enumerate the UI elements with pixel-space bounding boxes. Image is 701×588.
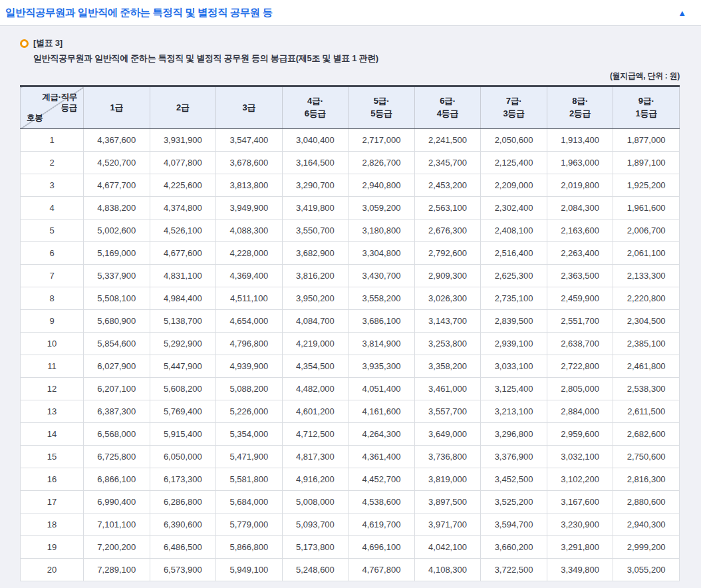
step-cell: 10 [21,333,84,355]
salary-cell: 4,219,000 [282,333,349,355]
salary-cell: 2,263,400 [547,242,613,265]
salary-cell: 6,725,800 [84,446,150,468]
salary-cell: 1,963,000 [547,152,613,174]
salary-cell: 3,033,100 [481,355,547,378]
accordion-header[interactable]: 일반직공무원과 일반직에 준하는 특정직 및 별정직 공무원 등 ▲ [0,0,701,26]
salary-cell: 5,002,600 [84,220,150,242]
salary-cell: 4,984,400 [150,287,216,310]
salary-cell: 2,939,100 [481,333,547,355]
salary-cell: 4,619,700 [349,514,415,536]
salary-cell: 3,722,500 [481,559,547,581]
salary-cell: 3,026,300 [414,287,481,310]
salary-cell: 3,040,400 [282,129,349,152]
salary-cell: 3,682,900 [282,242,349,265]
salary-cell: 5,447,900 [150,355,216,378]
salary-cell: 2,163,600 [547,220,613,242]
step-cell: 5 [21,220,84,242]
salary-cell: 2,459,900 [547,287,613,310]
salary-cell: 3,736,800 [414,446,481,468]
salary-cell: 1,897,100 [613,152,680,174]
salary-cell: 3,032,100 [547,446,613,468]
salary-cell: 3,550,700 [282,220,349,242]
salary-cell: 3,935,300 [349,355,415,378]
column-header: 5급·5등급 [349,86,415,129]
salary-cell: 3,525,200 [481,491,547,514]
salary-cell: 5,949,100 [216,559,283,581]
salary-cell: 3,678,600 [216,152,283,174]
annex-badge-label: [별표 3] [33,37,63,49]
salary-cell: 2,050,600 [481,129,547,152]
salary-cell: 5,608,200 [150,378,216,400]
table-row: 65,169,0004,677,6004,228,0003,682,9003,3… [21,242,680,265]
table-caption: 일반직공무원과 일반직에 준하는 특정직 및 별정직 공무원 등의 봉급표(제5… [33,53,680,65]
salary-cell: 3,419,800 [282,197,349,220]
salary-cell: 3,649,000 [414,423,481,446]
salary-cell: 3,547,400 [216,129,283,152]
column-header: 7급·3등급 [481,86,547,129]
salary-cell: 2,019,800 [547,174,613,197]
salary-cell: 3,290,700 [282,174,349,197]
column-header: 2급 [150,86,216,129]
salary-cell: 2,133,300 [613,265,680,287]
table-row: 34,677,7004,225,6003,813,8003,290,7002,9… [21,174,680,197]
table-header-row: 계급·직무등급 호봉 1급2급3급4급·6등급5급·5등급6급·4등급7급·3등… [21,86,680,129]
salary-cell: 5,292,900 [150,333,216,355]
salary-cell: 2,625,300 [481,265,547,287]
salary-cell: 5,779,000 [216,514,283,536]
salary-cell: 4,077,800 [150,152,216,174]
salary-cell: 2,940,800 [349,174,415,197]
salary-cell: 3,125,400 [481,378,547,400]
table-row: 176,990,4006,286,8005,684,0005,008,0004,… [21,491,680,514]
salary-cell: 3,304,800 [349,242,415,265]
salary-cell: 4,452,700 [349,468,415,491]
salary-cell: 5,354,000 [216,423,283,446]
salary-cell: 4,374,800 [150,197,216,220]
salary-cell: 2,682,600 [613,423,680,446]
salary-cell: 3,167,600 [547,491,613,514]
table-row: 126,207,1005,608,2005,088,2004,482,0004,… [21,378,680,400]
step-cell: 3 [21,174,84,197]
step-cell: 16 [21,468,84,491]
table-row: 75,337,9004,831,1004,369,4003,816,2003,4… [21,265,680,287]
salary-cell: 6,207,100 [84,378,150,400]
salary-cell: 1,961,600 [613,197,680,220]
salary-cell: 3,594,700 [481,514,547,536]
collapse-up-icon[interactable]: ▲ [676,7,688,19]
salary-cell: 5,684,000 [216,491,283,514]
salary-cell: 5,337,900 [84,265,150,287]
salary-cell: 4,161,600 [349,400,415,423]
step-cell: 12 [21,378,84,400]
salary-cell: 3,430,700 [349,265,415,287]
table-row: 207,289,1006,573,9005,949,1005,248,6004,… [21,559,680,581]
salary-cell: 2,363,500 [547,265,613,287]
salary-cell: 5,866,800 [216,536,283,559]
salary-cell: 2,461,800 [613,355,680,378]
salary-cell: 3,296,800 [481,423,547,446]
salary-cell: 4,225,600 [150,174,216,197]
column-header: 1급 [84,86,150,129]
salary-cell: 2,084,300 [547,197,613,220]
salary-cell: 6,387,300 [84,400,150,423]
table-row: 146,568,0005,915,4005,354,0004,712,5004,… [21,423,680,446]
salary-cell: 4,354,500 [282,355,349,378]
salary-cell: 5,088,200 [216,378,283,400]
salary-cell: 4,916,200 [282,468,349,491]
salary-cell: 6,286,800 [150,491,216,514]
table-row: 136,387,3005,769,4005,226,0004,601,2004,… [21,400,680,423]
salary-cell: 7,101,100 [84,514,150,536]
salary-cell: 5,471,900 [216,446,283,468]
salary-cell: 4,361,400 [349,446,415,468]
step-cell: 14 [21,423,84,446]
salary-cell: 2,385,100 [613,333,680,355]
step-cell: 9 [21,310,84,333]
salary-cell: 7,289,100 [84,559,150,581]
salary-cell: 2,408,100 [481,220,547,242]
salary-cell: 3,349,800 [547,559,613,581]
column-header: 8급·2등급 [547,86,613,129]
column-header: 9급·1등급 [613,86,680,129]
salary-cell: 4,831,100 [150,265,216,287]
salary-cell: 2,750,600 [613,446,680,468]
salary-cell: 3,059,200 [349,197,415,220]
salary-cell: 5,226,000 [216,400,283,423]
salary-cell: 3,897,500 [414,491,481,514]
